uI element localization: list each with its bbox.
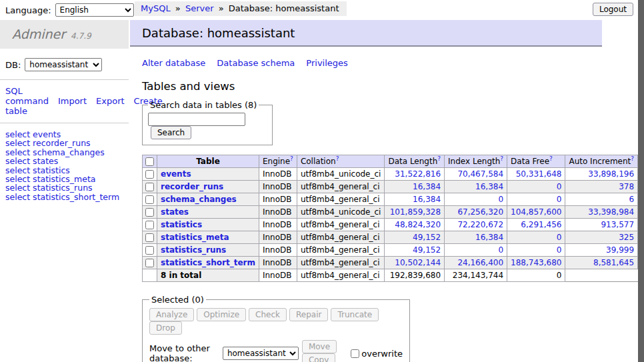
row-checkbox-states[interactable] [145,208,154,217]
db-select[interactable]: homeassistant [25,58,102,71]
selected-check-button[interactable]: Check [249,308,287,321]
row-checkbox-statistics[interactable] [145,221,154,229]
overwrite-checkbox[interactable] [351,349,359,358]
table-link-statistics[interactable]: statistics [161,220,202,229]
cell-link[interactable]: 325 [619,233,634,242]
cell-link[interactable]: 49,152 [413,233,441,242]
column-help-link[interactable]: ? [437,155,441,162]
app-name: Adminer [12,27,65,41]
select-all-checkbox[interactable] [145,157,154,166]
vertical-scrollbar[interactable] [638,0,644,362]
total-label: 8 in total [157,269,259,282]
search-button[interactable]: Search [151,126,191,139]
breadcrumb-link-mysql[interactable]: MySQL [141,3,171,13]
cell-link[interactable]: 104,857,600 [511,207,561,217]
column-help-link[interactable]: ? [500,155,503,162]
cell-link[interactable]: 16,384 [413,182,441,191]
move-copy-buttons: MoveCopy [302,340,347,362]
column-help-link[interactable]: ? [631,155,634,162]
sidebar-table-link-select-statistics-short-term[interactable]: select statistics_short_term [5,193,123,201]
cell-auto-increment: 6 [565,193,638,206]
cell-link[interactable]: 16,384 [475,182,503,191]
cell-link[interactable]: 72,220,672 [457,220,503,229]
database-link-privileges[interactable]: Privileges [306,58,348,68]
sidebar-table-link-select-statistics[interactable]: select statistics [5,166,123,175]
cell-data-free: 0 [507,181,565,193]
sidebar-table-link-select-schema-changes[interactable]: select schema_changes [5,148,123,157]
cell-link[interactable]: 188,743,680 [511,258,561,267]
cell-link[interactable]: 67,256,320 [457,207,503,217]
table-link-statistics_runs[interactable]: statistics_runs [161,245,226,255]
cell-link[interactable]: 39,999 [606,245,634,255]
sidebar-table-link-select-statistics-meta[interactable]: select statistics_meta [5,175,123,183]
row-checkbox-statistics_short_term[interactable] [145,259,154,267]
sidebar-table-link-select-recorder-runs[interactable]: select recorder_runs [5,139,123,147]
row-checkbox-statistics_runs[interactable] [145,246,154,255]
cell-link[interactable]: 0 [557,195,562,204]
database-link-database-schema[interactable]: Database schema [217,58,295,68]
move-db-select[interactable]: homeassistant [223,347,299,360]
cell-link[interactable]: 70,467,584 [457,169,503,179]
cell-link[interactable]: 48,824,320 [395,220,441,229]
cell-link[interactable]: 50,331,648 [516,169,562,179]
cell-collation: utf8mb4_general_ci [297,219,385,231]
row-checkbox-recorder_runs[interactable] [145,183,154,191]
database-link-alter-database[interactable]: Alter database [142,58,205,68]
cell-link[interactable]: 10,502,144 [395,258,441,267]
column-help-link[interactable]: ? [290,155,293,162]
cell-link[interactable]: 16,384 [475,233,503,242]
cell-link[interactable]: 6,291,456 [521,220,561,229]
selected-truncate-button[interactable]: Truncate [331,308,379,321]
cell-link[interactable]: 378 [619,182,634,191]
selected-drop-button[interactable]: Drop [149,321,182,335]
table-row-events: eventsInnoDButf8mb4_unicode_ci31,522,816… [143,168,644,181]
sidebar-table-link-select-states[interactable]: select states [5,157,123,165]
cell-link[interactable]: 33,898,196 [588,169,634,179]
cell-link[interactable]: 0 [557,233,562,242]
table-link-events[interactable]: events [161,169,191,179]
table-link-states[interactable]: states [161,207,189,217]
row-checkbox-statistics_meta[interactable] [145,233,154,242]
sidebar-action-import[interactable]: Import [58,96,87,106]
table-header-row: TableEngine?Collation?Data Length?Index … [143,155,644,168]
column-help-link[interactable]: ? [336,155,339,162]
table-link-statistics_short_term[interactable]: statistics_short_term [161,258,255,267]
total-cell: utf8mb4_general_ci [297,269,385,282]
row-checkbox-schema_changes[interactable] [145,195,154,204]
selected-repair-button[interactable]: Repair [289,308,328,321]
cell-link[interactable]: 0 [498,195,503,204]
cell-link[interactable]: 101,859,328 [390,207,441,217]
cell-link[interactable]: 16,384 [413,195,441,204]
sidebar-table-link-select-events[interactable]: select events [5,130,123,139]
table-link-schema_changes[interactable]: schema_changes [161,195,237,204]
cell-collation: utf8mb4_unicode_ci [297,168,385,181]
search-input[interactable] [148,113,245,126]
sidebar-action-sql-command[interactable]: SQL command [5,86,49,106]
database-action-links: Alter databaseDatabase schemaPrivileges [142,58,605,68]
cell-link[interactable]: 24,166,400 [457,258,503,267]
sidebar-action-export[interactable]: Export [96,96,125,106]
table-link-statistics_meta[interactable]: statistics_meta [161,233,229,242]
cell-link[interactable]: 49,152 [413,245,441,255]
column-help-link[interactable]: ? [549,155,553,162]
cell-link[interactable]: 0 [557,245,562,255]
cell-data-length: 31,522,816 [385,168,445,181]
cell-link[interactable]: 8,581,645 [593,258,634,267]
cell-link[interactable]: 913,577 [601,220,634,229]
cell-link[interactable]: 0 [498,245,503,255]
cell-link[interactable]: 6 [629,195,634,204]
sidebar-table-link-select-statistics-runs[interactable]: select statistics_runs [5,183,123,192]
cell-link[interactable]: 33,398,984 [588,207,634,217]
language-select[interactable]: English [55,3,134,17]
breadcrumb: MySQL » Server » Database: homeassistant [135,1,347,16]
table-link-recorder_runs[interactable]: recorder_runs [161,182,223,191]
cell-link[interactable]: 31,522,816 [395,169,441,179]
move-copy-button[interactable]: Copy [302,353,335,362]
breadcrumb-link-server[interactable]: Server [185,3,214,13]
move-move-button[interactable]: Move [302,340,337,353]
selected-optimize-button[interactable]: Optimize [197,308,246,321]
row-checkbox-events[interactable] [145,170,154,179]
logout-button[interactable]: Logout [593,3,633,16]
cell-link[interactable]: 0 [557,182,562,191]
selected-analyze-button[interactable]: Analyze [149,308,194,321]
